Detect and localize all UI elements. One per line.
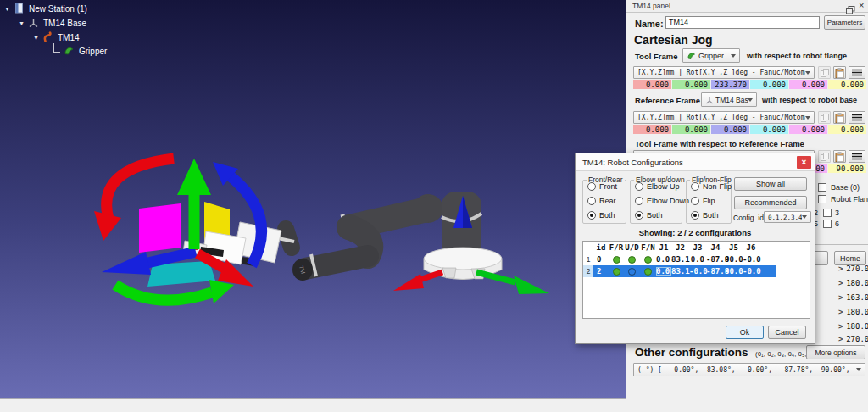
recommended-button[interactable]: Recommended — [734, 196, 807, 209]
tree-item-station[interactable]: ▼ New Station (1) — [4, 3, 87, 15]
expand-triangle-icon[interactable]: ▼ — [4, 6, 10, 12]
copy-pose-button[interactable] — [818, 150, 831, 163]
robot-flange-checkbox-row[interactable]: Robot Flange — [818, 195, 868, 203]
joint-checkbox-3[interactable] — [823, 209, 832, 217]
j1-cell-focused: 0.0 — [656, 267, 671, 276]
ref-z-value[interactable]: 0.000 — [711, 125, 749, 134]
dialog-titlebar[interactable]: TM14: Robot Configurations × — [576, 153, 815, 171]
copy-pose-button[interactable] — [818, 66, 831, 79]
tool-z-value[interactable]: 233.370 — [711, 80, 749, 89]
robodk-window: TM — [0, 0, 868, 412]
radio-selected-icon[interactable] — [587, 211, 596, 220]
paste-pose-button[interactable] — [833, 111, 846, 124]
radio-elbow-both[interactable]: Both — [635, 211, 663, 220]
tool-pose-format-combo[interactable]: [X,Y,Z]mm | Rot[X,Y ,Z ]deg - Fanuc/Moto… — [633, 66, 815, 79]
tree-item-base-frame[interactable]: ▼ TM14 Base — [19, 17, 86, 30]
paste-pose-button[interactable] — [833, 150, 846, 163]
radio-rear[interactable]: Rear — [587, 197, 616, 205]
ref-pose-format-combo[interactable]: [X,Y,Z]mm | Rot[X,Y ,Z ]deg - Fanuc/Moto… — [633, 111, 815, 124]
parameters-button[interactable]: Parameters — [824, 15, 865, 30]
tool-r-value[interactable]: 0.000 — [828, 80, 866, 89]
radio-front[interactable]: Front — [587, 182, 617, 191]
tool-frame-combo[interactable]: Gripper — [682, 48, 740, 63]
more-options-button[interactable]: More options — [806, 345, 865, 359]
ref-x-value[interactable]: 0.000 — [633, 125, 671, 134]
configurations-table[interactable]: id F/R U/D F/N J1 J2 J3 J4 J5 J6 1 0 0.0 — [582, 241, 810, 319]
toolref-r-value[interactable]: 90.000 — [828, 164, 866, 173]
paste-pose-button[interactable] — [833, 66, 846, 79]
copy-pose-button[interactable] — [818, 111, 831, 124]
config-row-1[interactable]: 1 0 0.0 83.1 0.0 -87.8 90.0 -0.0 — [583, 253, 776, 265]
radio-selected-icon[interactable] — [635, 211, 643, 220]
j5-cell: 90.0 — [725, 255, 743, 264]
radio-non-flip[interactable]: Non-Flip — [691, 182, 732, 191]
tree-item-label[interactable]: TM14 Base — [43, 19, 86, 28]
tree-item-label[interactable]: New Station (1) — [29, 4, 87, 14]
tree-item-gripper[interactable]: Gripper — [53, 45, 107, 58]
radio-flip[interactable]: Flip — [691, 197, 715, 205]
pose-menu-button[interactable] — [849, 111, 865, 124]
hamburger-menu-icon — [852, 153, 862, 160]
tool-w-value[interactable]: 0.000 — [750, 80, 788, 89]
base-checkbox-row[interactable]: Base (0) — [818, 183, 860, 192]
pose-menu-button[interactable] — [849, 150, 865, 163]
radio-icon[interactable] — [587, 182, 596, 191]
chevron-right-icon: > — [838, 308, 843, 316]
col-fr: F/R — [609, 243, 624, 252]
config-row-2-selected[interactable]: 2 2 0.0 83.1 -0.0 -87.8 90.0 -0.0 — [583, 265, 776, 277]
show-all-button[interactable]: Show all — [734, 177, 807, 191]
expand-triangle-icon[interactable]: ▼ — [19, 20, 25, 26]
gripper-icon — [687, 51, 696, 60]
joint-3-limit-row[interactable]: >163.0 — [838, 293, 868, 302]
ref-y-value[interactable]: 0.000 — [672, 125, 710, 134]
dialog-close-icon[interactable]: × — [797, 156, 811, 169]
col-j6: J6 — [743, 243, 760, 252]
joint-6-limit: 270.0 — [845, 335, 868, 343]
ok-button[interactable]: Ok — [726, 326, 764, 339]
radio-elbow-up[interactable]: Elbow Up — [635, 182, 680, 191]
reference-frame-combo[interactable]: TM14 Base — [701, 92, 757, 107]
tree-item-label[interactable]: TM14 — [58, 33, 80, 42]
radio-icon[interactable] — [635, 182, 643, 191]
tree-item-robot[interactable]: ▼ TM14 — [33, 31, 80, 44]
joint-5-limit-row[interactable]: >180.0 — [838, 322, 868, 331]
ud-dot-hollow — [624, 268, 640, 276]
joint-3-limit: 163.0 — [845, 293, 868, 302]
joint-2-limit-row[interactable]: >180.0 — [838, 279, 868, 287]
config-id-combo[interactable]: 0,1,2,3,4,5,6,7 — [764, 211, 811, 223]
radio-front-rear-both[interactable]: Both — [587, 211, 615, 220]
close-panel-icon[interactable]: × — [859, 0, 864, 10]
base-checkbox[interactable] — [818, 183, 826, 192]
radio-icon[interactable] — [691, 182, 699, 191]
radio-selected-icon[interactable] — [691, 211, 699, 220]
robot-flange-checkbox[interactable] — [818, 195, 826, 203]
radio-icon[interactable] — [587, 197, 596, 205]
radio-icon[interactable] — [635, 197, 643, 205]
radio-elbow-down[interactable]: Elbow Down — [635, 197, 689, 205]
tool-ref-label: Tool Frame with respect to Reference Fra… — [635, 139, 804, 148]
name-input[interactable]: TM14 — [665, 16, 820, 29]
home-button[interactable]: Home — [834, 251, 866, 265]
ref-r-value[interactable]: 0.000 — [828, 125, 866, 134]
joint-4-limit-row[interactable]: >180.0 — [838, 308, 868, 316]
tool-y-value[interactable]: 0.000 — [672, 80, 710, 89]
fr-dot — [609, 256, 624, 264]
radio-flip-both[interactable]: Both — [691, 211, 719, 220]
viewport-3d[interactable]: TM — [0, 0, 626, 398]
pose-menu-button[interactable] — [849, 66, 865, 79]
joint-1-limit-row[interactable]: >270.0 — [838, 264, 868, 273]
ref-w-value[interactable]: 0.000 — [750, 125, 788, 134]
joint-4-limit: 180.0 — [845, 308, 868, 316]
joint-checkbox-6[interactable] — [823, 220, 832, 228]
tree-item-label[interactable]: Gripper — [79, 47, 107, 56]
jog-plane-yz[interactable] — [139, 203, 181, 253]
other-configurations-combo[interactable]: ( °)-[ 0.00°, 83.08°, -0.00°, -87.78°, 9… — [633, 363, 865, 376]
tool-p-value[interactable]: 0.000 — [789, 80, 827, 89]
radio-icon[interactable] — [691, 197, 699, 205]
ref-p-value[interactable]: 0.000 — [789, 125, 827, 134]
tool-x-value[interactable]: 0.000 — [633, 80, 671, 89]
chevron-right-icon: > — [838, 264, 843, 273]
cancel-button[interactable]: Cancel — [768, 326, 806, 339]
expand-triangle-icon[interactable]: ▼ — [33, 35, 39, 41]
joint-6-limit-row[interactable]: >270.0 — [838, 335, 868, 343]
